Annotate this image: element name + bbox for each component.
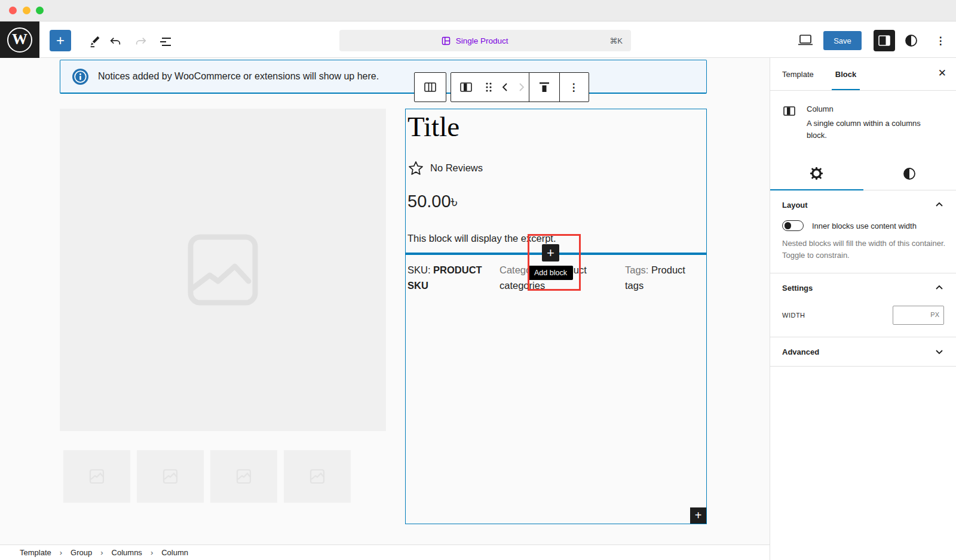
laptop-icon	[798, 34, 813, 46]
settings-panel-header[interactable]: Settings	[782, 283, 944, 293]
tab-template[interactable]: Template	[782, 58, 814, 90]
block-card: Column A single column within a columns …	[770, 91, 956, 149]
chevron-down-icon	[934, 347, 944, 356]
traffic-light-close[interactable]	[9, 7, 17, 14]
thumbnail-placeholder[interactable]	[137, 450, 204, 503]
chevron-up-icon	[934, 200, 944, 210]
layout-panel-title: Layout	[782, 201, 808, 210]
product-sku[interactable]: SKU: PRODUCT SKU	[407, 262, 486, 293]
breadcrumb-column[interactable]: Column	[161, 548, 188, 557]
advanced-panel-title: Advanced	[782, 347, 819, 356]
contrast-icon	[905, 34, 918, 47]
width-setting-row: WIDTH PX	[782, 306, 944, 325]
selected-column-block[interactable]: Title No Reviews 50.00৳ This block will …	[405, 109, 707, 524]
breadcrumb-columns[interactable]: Columns	[112, 548, 142, 557]
editor-header: W + Single Product ⌘K	[0, 21, 956, 58]
thumbnail-placeholder[interactable]	[63, 450, 130, 503]
star-icon	[408, 161, 424, 176]
product-rating[interactable]: No Reviews	[408, 161, 483, 176]
product-image-placeholder[interactable]	[60, 109, 386, 431]
template-icon	[441, 36, 451, 46]
tab-settings-gear[interactable]	[770, 157, 863, 190]
product-tags[interactable]: Tags: Product tags	[625, 262, 693, 293]
product-title[interactable]: Title	[407, 110, 459, 143]
redo-button[interactable]	[134, 35, 148, 49]
column-block-type-button[interactable]	[452, 73, 480, 101]
column-icon	[459, 80, 473, 94]
column-icon	[782, 104, 796, 118]
tools-button[interactable]	[88, 35, 102, 49]
command-shortcut: ⌘K	[609, 36, 623, 45]
settings-sidebar: Template Block ✕ Column A single column …	[770, 58, 956, 560]
close-sidebar-button[interactable]: ✕	[938, 68, 946, 78]
toggle-knob	[785, 222, 792, 229]
advanced-panel-header[interactable]: Advanced	[782, 347, 944, 356]
block-card-title: Column	[807, 104, 933, 113]
image-placeholder-icon	[309, 468, 326, 485]
advanced-panel: Advanced	[770, 337, 956, 367]
more-options-button[interactable]: ⋮	[933, 33, 948, 48]
redo-icon	[134, 35, 148, 48]
width-label: WIDTH	[782, 312, 805, 319]
document-overview-button[interactable]	[158, 35, 173, 49]
traffic-light-zoom[interactable]	[36, 7, 44, 14]
notice-text: Notices added by WooCommerce or extensio…	[98, 71, 379, 82]
block-inserter-button[interactable]: +	[50, 30, 71, 51]
tags-label: Tags:	[625, 264, 651, 275]
contrast-icon	[903, 167, 916, 180]
sidebar-tabs: Template Block ✕	[770, 58, 956, 91]
columns-icon	[423, 80, 437, 94]
block-toolbar-main: ⋮	[451, 72, 589, 102]
image-placeholder-icon	[162, 468, 179, 485]
woocommerce-notice-block[interactable]: Notices added by WooCommerce or extensio…	[60, 60, 707, 94]
preview-button[interactable]	[797, 33, 814, 47]
thumbnail-placeholder[interactable]	[210, 450, 277, 503]
list-view-icon	[158, 35, 173, 49]
red-annotation-box	[528, 234, 581, 291]
macos-titlebar	[0, 0, 956, 21]
thumbnail-placeholder[interactable]	[284, 450, 351, 503]
toggle-label: Inner blocks use content width	[812, 221, 917, 230]
layout-panel-header[interactable]: Layout	[782, 200, 944, 210]
info-icon	[72, 69, 88, 85]
document-title: Single Product	[456, 36, 508, 45]
breadcrumb-template[interactable]: Template	[20, 548, 51, 557]
sku-label: SKU:	[407, 264, 433, 275]
kebab-icon: ⋮	[569, 81, 579, 94]
width-input-wrap: PX	[893, 306, 944, 325]
content-width-toggle[interactable]	[782, 220, 804, 231]
reviews-label: No Reviews	[430, 162, 483, 174]
breadcrumb-separator: ›	[100, 548, 103, 557]
tab-styles[interactable]	[863, 157, 956, 190]
undo-icon	[109, 35, 122, 48]
move-left-button[interactable]	[498, 73, 513, 101]
layout-panel: Layout Inner blocks use content width Ne…	[770, 190, 956, 273]
align-top-icon	[538, 81, 551, 94]
tab-block[interactable]: Block	[835, 58, 856, 90]
product-thumbnails-row	[63, 450, 351, 503]
vertical-alignment-button[interactable]	[529, 73, 559, 101]
block-options-button[interactable]: ⋮	[560, 73, 587, 101]
sidebar-icon-tabs	[770, 157, 956, 190]
chevron-up-icon	[934, 283, 944, 293]
traffic-light-minimize[interactable]	[23, 7, 30, 14]
settings-sidebar-toggle[interactable]	[874, 30, 895, 51]
undo-button[interactable]	[108, 35, 122, 49]
document-title-bar[interactable]: Single Product ⌘K	[339, 30, 631, 51]
content-width-toggle-row: Inner blocks use content width	[782, 220, 944, 231]
wordpress-logo-button[interactable]: W	[0, 21, 39, 58]
select-parent-columns-button[interactable]	[414, 72, 446, 102]
drag-handle[interactable]	[480, 73, 498, 101]
drag-dots-icon	[485, 81, 493, 93]
breadcrumb-separator: ›	[60, 548, 62, 557]
block-appender-button[interactable]: +	[690, 507, 706, 524]
wordpress-icon: W	[7, 27, 32, 53]
kebab-icon: ⋮	[936, 35, 946, 47]
save-button[interactable]: Save	[823, 31, 862, 50]
breadcrumb-group[interactable]: Group	[71, 548, 92, 557]
chevron-right-icon	[516, 82, 526, 92]
sidebar-icon	[878, 35, 890, 46]
product-price[interactable]: 50.00৳	[407, 192, 458, 212]
styles-button[interactable]	[903, 33, 919, 48]
editor-canvas: Notices added by WooCommerce or extensio…	[0, 58, 770, 544]
